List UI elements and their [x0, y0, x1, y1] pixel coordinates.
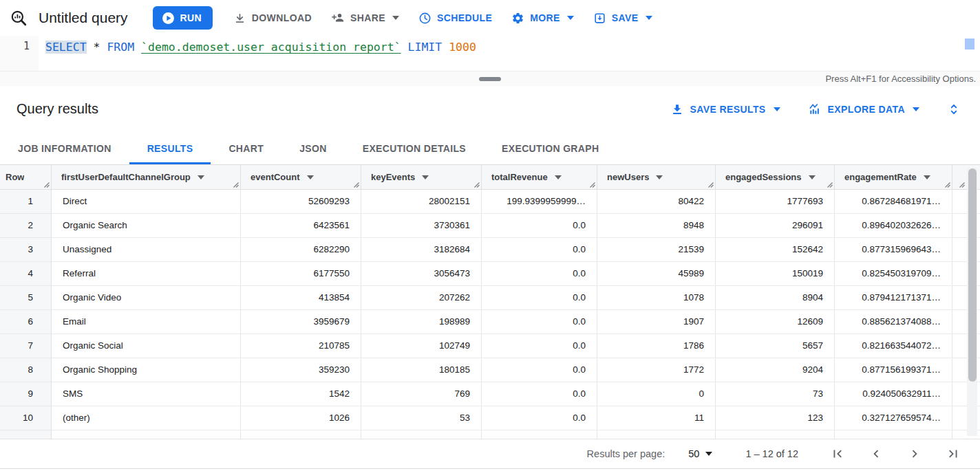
table-cell: Referral — [52, 262, 241, 285]
column-header-keyEvents[interactable]: keyEvents — [361, 165, 482, 189]
share-button[interactable]: SHARE — [321, 6, 409, 30]
table-row: 3Unassigned628229031826840.0215391526420… — [0, 238, 980, 262]
row-number-cell: 8 — [0, 358, 52, 382]
table-cell: 1026 — [241, 406, 361, 430]
table-cell: 0.877156199371… — [835, 358, 952, 382]
table-cell: 199.9399959999… — [482, 190, 597, 213]
sql-table-link[interactable]: `demo.demoset.user_acquisition_report` — [141, 41, 401, 54]
column-sort-icon[interactable] — [307, 175, 314, 179]
sql-token — [442, 41, 449, 54]
toolbar: Untitled query RUN DOWNLOAD SHARE SCHEDU… — [0, 0, 980, 36]
tab-job-information[interactable]: JOB INFORMATION — [0, 132, 129, 164]
column-resize-handle[interactable] — [827, 182, 833, 188]
table-cell: 198989 — [361, 310, 482, 333]
column-header-engagedSessions[interactable]: engagedSessions — [716, 165, 835, 189]
query-results-title: Query results — [17, 101, 98, 117]
tab-bar: JOB INFORMATIONRESULTSCHARTJSONEXECUTION… — [0, 132, 980, 165]
sql-code-line[interactable]: SELECT * FROM `demo.demoset.user_acquisi… — [39, 36, 476, 71]
more-button[interactable]: MORE — [502, 6, 584, 30]
table-cell: 0.867284681971… — [835, 190, 952, 213]
row-number-cell: 5 — [0, 286, 52, 309]
table-scrollbar-thumb[interactable] — [968, 168, 977, 382]
page-size-value: 50 — [688, 448, 699, 459]
column-resize-handle[interactable] — [233, 182, 239, 188]
chevron-down-icon — [646, 16, 652, 20]
table-row: 8Organic Shopping3592301801850.017729204… — [0, 358, 980, 382]
table-cell: 1907 — [597, 310, 716, 333]
tab-json[interactable]: JSON — [281, 132, 345, 164]
row-number-cell: 3 — [0, 238, 52, 261]
save-results-label: SAVE RESULTS — [690, 104, 766, 115]
save-button[interactable]: SAVE — [584, 6, 662, 30]
tab-execution-details[interactable]: EXECUTION DETAILS — [345, 132, 484, 164]
splitter-handle[interactable] — [479, 77, 501, 81]
column-resize-handle[interactable] — [959, 182, 965, 188]
column-header-eventCount[interactable]: eventCount — [241, 165, 361, 189]
tab-execution-graph[interactable]: EXECUTION GRAPH — [484, 132, 617, 164]
chevron-down-icon — [913, 107, 919, 111]
column-resize-handle[interactable] — [43, 182, 50, 188]
table-cell: 769 — [361, 382, 482, 406]
table-cell: 28002151 — [361, 190, 482, 213]
first-page-button[interactable] — [830, 446, 845, 461]
table-cell: 0.825450319709… — [835, 262, 952, 285]
row-number-cell: 7 — [0, 334, 52, 358]
column-resize-handle[interactable] — [353, 182, 359, 188]
editor-scrollbar-thumb[interactable] — [965, 39, 974, 50]
share-button-label: SHARE — [350, 12, 385, 23]
column-header-engagementRate[interactable]: engagementRate — [835, 165, 952, 189]
table-vertical-scrollbar[interactable] — [967, 168, 977, 436]
save-results-button[interactable]: SAVE RESULTS — [670, 102, 780, 116]
table-cell: 0.327127659574… — [835, 406, 952, 430]
column-header-totalRevenue[interactable]: totalRevenue — [482, 165, 597, 189]
table-cell: 5657 — [716, 334, 835, 358]
table-cell: 52609293 — [241, 190, 361, 213]
table-row: 4Referral617755030564730.0459891500190.8… — [0, 262, 980, 286]
table-cell: 73 — [716, 382, 835, 406]
column-resize-handle[interactable] — [473, 182, 480, 188]
query-results-header: Query results SAVE RESULTS EXPLORE DATA — [0, 86, 980, 132]
download-button[interactable]: DOWNLOAD — [224, 6, 321, 30]
query-title[interactable]: Untitled query — [39, 10, 128, 26]
column-resize-handle[interactable] — [707, 182, 714, 188]
table-cell: 0.0 — [482, 334, 597, 358]
table-row: 9SMS15427690.00730.924050632911… — [0, 382, 980, 406]
column-sort-icon[interactable] — [555, 175, 562, 179]
next-page-button[interactable] — [907, 446, 922, 461]
tab-chart[interactable]: CHART — [211, 132, 281, 164]
save-icon — [593, 12, 606, 25]
table-cell: 6177550 — [241, 262, 361, 285]
last-page-button[interactable] — [946, 446, 961, 461]
row-number-cell: 9 — [0, 382, 52, 406]
play-circle-icon — [162, 12, 175, 25]
table-cell: 0 — [597, 430, 716, 439]
page-size-dropdown[interactable]: 50 — [688, 448, 712, 459]
collapse-results-button[interactable] — [947, 102, 961, 117]
table-cell: 102749 — [361, 334, 482, 358]
table-cell: 0.0 — [482, 358, 597, 382]
column-sort-icon[interactable] — [924, 175, 930, 179]
column-sort-icon[interactable] — [422, 175, 429, 179]
column-header-firstUserDefaultChannelGroup[interactable]: firstUserDefaultChannelGroup — [52, 165, 241, 189]
previous-page-button[interactable] — [869, 446, 884, 461]
column-resize-handle[interactable] — [589, 182, 595, 188]
schedule-button[interactable]: SCHEDULE — [409, 6, 502, 30]
tab-results[interactable]: RESULTS — [129, 132, 211, 164]
column-resize-handle[interactable] — [944, 182, 950, 188]
column-header-label: engagedSessions — [725, 172, 802, 182]
table-cell: 0.821663544072… — [835, 334, 952, 358]
table-row: 2Organic Search642356137303610.089482960… — [0, 214, 980, 238]
table-cell: 45989 — [597, 262, 716, 285]
column-header-newUsers[interactable]: newUsers — [597, 165, 716, 189]
explore-data-button[interactable]: EXPLORE DATA — [808, 102, 919, 116]
run-button[interactable]: RUN — [153, 6, 213, 30]
table-cell: 150019 — [716, 262, 835, 285]
table-cell: 0.0 — [482, 310, 597, 333]
column-sort-icon[interactable] — [809, 175, 816, 179]
column-sort-icon[interactable] — [656, 175, 663, 179]
table-cell: 0 — [597, 382, 716, 406]
table-cell: 6423561 — [241, 214, 361, 237]
results-actions: SAVE RESULTS EXPLORE DATA — [670, 102, 961, 117]
sql-token: * — [94, 41, 100, 54]
column-sort-icon[interactable] — [198, 175, 204, 179]
